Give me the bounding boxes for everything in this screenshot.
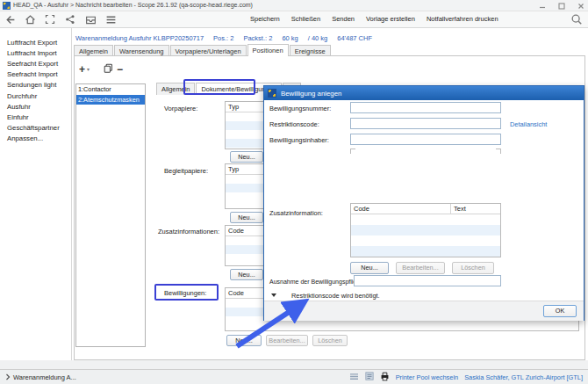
bewilligungen-bearbeiten-button[interactable]: Bearbeiten... [266,335,308,346]
bewilligungen-label: Bewilligungen: [164,289,206,297]
tab-positionen[interactable]: Positionen [247,44,289,56]
vorlage-erstellen-button[interactable]: Vorlage erstellen [366,15,415,23]
table-row [351,214,500,225]
detailansicht-link[interactable]: Detailansicht [510,120,547,128]
restriktionscode-input[interactable] [350,118,501,129]
sidebar-item-sendungen-light[interactable]: Sendungen light [0,80,71,91]
scope-dialog-icon [268,89,276,98]
search-icon[interactable] [570,13,583,27]
document-title: Warenanmeldung Ausfuhr KLBPP20250717 [75,34,204,42]
speichern-button[interactable]: Speichern [250,15,280,23]
zusatzinformationen-neu-button[interactable]: Neu... [230,269,263,280]
copy-position-icon[interactable] [104,63,113,75]
bewilligungsnummer-label: Bewilligungsnummer: [269,105,331,112]
sidebar-item-geschaeftspartner[interactable]: Geschäftspartner [0,123,71,134]
table-row [351,246,500,257]
ok-button[interactable]: OK [543,305,577,317]
dialog-neu-button[interactable]: Neu... [350,262,389,274]
document-header: Warenanmeldung Ausfuhr KLBPP20250717 Pos… [75,34,372,42]
position-list-item-selected[interactable]: 2:Atemschutzmasken [76,95,145,105]
main-toolbar: Speichern Schließen Senden Vorlage erste… [0,11,588,28]
dialog-title: Bewilligung anlegen [281,90,341,98]
bewilligungsinhaber-input[interactable] [350,134,501,145]
printer-pool-link[interactable]: Printer Pool wechseln [396,373,458,381]
sidebar-item-einfuhr[interactable]: Einfuhr [0,112,71,122]
net-weight: / 40 kg [308,34,328,42]
code-column-header: Code [354,204,450,214]
restriktionscode-label: Restriktionscode: [269,120,319,128]
printer-icon[interactable] [380,372,390,383]
ausnahme-input[interactable] [354,275,501,286]
sidebar-item-durchfuhr[interactable]: Durchfuhr [0,91,71,101]
user-info[interactable]: Saskia Schäfer, GTL Zurich-Airport [GTL] [464,373,583,381]
validation-message: Restriktionscode wird benötigt. [291,292,380,300]
schliessen-button[interactable]: Schließen [291,15,320,23]
packages-count: Packst.: 2 [243,34,272,42]
detail-tab-allgemein[interactable]: Allgemein [156,83,195,96]
positions-count: Pos.: 2 [213,34,233,42]
status-bar: Warenanmeldung A... Printer Pool wechsel… [0,369,588,384]
scope-app-window: { "window": { "title": "HEAD_QA - Ausfuh… [0,0,588,384]
positions-list: 1:Contactor 2:Atemschutzmasken [75,83,146,347]
vorpapiere-neu-button[interactable]: Neu... [230,151,263,163]
table-row [351,225,500,235]
bewilligungsinhaber-label: Bewilligungsinhaber: [269,136,329,144]
bottom-gap [0,360,588,369]
dialog-title-bar[interactable]: Bewilligung anlegen [264,86,584,100]
bewilligungen-neu-button[interactable]: Neu... [226,335,262,346]
task-chevron-icon [5,373,11,380]
sidebar-item-seefracht-import[interactable]: Seefracht Import [0,69,71,80]
begleitpapiere-neu-button[interactable]: Neu... [230,212,263,223]
minimize-icon[interactable] [539,3,546,10]
declared-value: 64'487 CHF [337,34,372,42]
menu-icon[interactable] [104,13,117,25]
validation-collapse-icon[interactable] [271,293,276,297]
position-list-item[interactable]: 1:Contactor [76,84,145,95]
bewilligung-anlegen-dialog: Bewilligung anlegen Bewilligungsnummer: … [263,85,584,321]
table-row [351,235,500,246]
sidebar-item-luftfracht-export[interactable]: Luftfracht Export [0,37,71,47]
dialog-bearbeiten-button[interactable]: Bearbeiten... [396,262,445,274]
zusatzinformation-table[interactable]: Code Text [350,203,501,257]
sidebar-item-luftfracht-import[interactable]: Luftfracht Import [0,47,71,58]
zusatzinformationen-label: Zusatzinformationen: [158,228,219,235]
module-sidebar: Luftfracht Export Luftfracht Import Seef… [0,28,72,369]
back-icon[interactable] [4,13,16,25]
dialog-loeschen-button[interactable]: Löschen [452,262,494,274]
scope-logo-icon [3,2,11,10]
vorpapiere-label: Vorpapiere: [164,105,197,112]
add-position-icon[interactable]: + [79,64,85,75]
bewilligungen-loeschen-button[interactable]: Löschen [312,335,348,346]
view-form-icon[interactable] [365,372,374,382]
share-icon[interactable] [64,13,76,25]
home-icon[interactable] [24,13,36,25]
zusatzinformation-header-row: Code Text [351,204,500,214]
view-list-icon[interactable] [349,373,359,382]
begleitpapiere-label: Begleitpapiere: [164,167,208,175]
zusatzinformation-label: Zusatzinformation: [269,209,323,217]
add-dropdown-chevron-icon[interactable]: ▾ [87,66,90,72]
sidebar-item-seefracht-export[interactable]: Seefracht Export [0,58,71,69]
dialog-footer: OK [264,301,584,321]
text-column-header: Text [450,204,500,214]
senden-button[interactable]: Senden [332,15,355,23]
fullscreen-icon[interactable] [44,13,56,25]
title-bar: HEAD_QA - Ausfuhr > Nachricht bearbeiten… [0,0,588,11]
sidebar-item-ausfuhr[interactable]: Ausfuhr [0,101,71,112]
positions-toolbar: + ▾ − [79,63,123,75]
bewilligungsnummer-input[interactable] [350,102,501,113]
close-icon[interactable] [577,3,584,10]
sidebar-item-anpassen[interactable]: Anpassen... [0,134,71,144]
gross-weight: 60 kg [282,34,298,42]
task-tab[interactable]: Warenanmeldung A... [13,373,76,381]
maximize-icon[interactable] [558,3,565,10]
notfallverfahren-drucken-button[interactable]: Notfallverfahren drucken [427,15,498,23]
window-title: HEAD_QA - Ausfuhr > Nachricht bearbeiten… [13,2,253,8]
inbox-icon[interactable] [84,13,97,25]
ausnahme-label: Ausnahme der Bewilligungspflicht: [269,279,363,285]
remove-position-icon[interactable]: − [117,64,123,75]
